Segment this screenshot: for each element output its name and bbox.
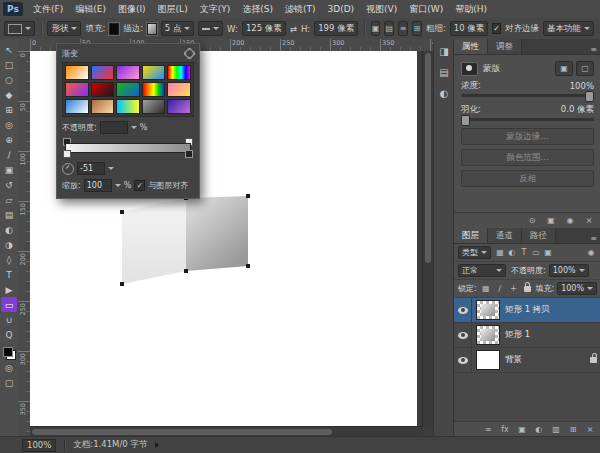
menu-item[interactable]: 窗口(W) <box>403 0 449 18</box>
horizontal-scrollbar-thumb[interactable] <box>32 429 332 435</box>
feather-slider-knob[interactable] <box>461 115 470 126</box>
gradient-tool[interactable]: ▤ <box>1 207 17 222</box>
anchor-point[interactable] <box>184 269 188 273</box>
filter-shape-layers-icon[interactable]: ▭ <box>530 247 542 258</box>
quick-selection-tool[interactable]: ◆ <box>1 87 17 102</box>
menu-item[interactable]: 滤镜(T) <box>279 0 322 18</box>
gradient-swatch[interactable] <box>167 82 191 97</box>
dodge-tool[interactable]: ◑ <box>1 237 17 252</box>
opacity-input[interactable] <box>100 121 128 134</box>
gradient-swatch[interactable] <box>142 99 166 114</box>
enable-mask-icon[interactable]: ◉ <box>564 215 576 226</box>
anchor-point[interactable] <box>120 210 124 214</box>
path-selection-tool[interactable]: ▶ <box>1 282 17 297</box>
gradient-editor-bar[interactable] <box>62 138 194 158</box>
filter-toggle-icon[interactable]: ◉ <box>585 247 597 258</box>
align-edges-checkbox[interactable]: ✓ <box>492 23 501 34</box>
menu-item[interactable]: 视图(V) <box>360 0 403 18</box>
shape-width-input[interactable]: 125 像素 <box>242 21 286 36</box>
new-group-icon[interactable]: ▥ <box>550 424 562 435</box>
tab-adjustments[interactable]: 调整 <box>488 39 522 54</box>
gradient-swatch[interactable] <box>116 65 140 80</box>
layer-row[interactable]: 矩形 1 <box>454 323 600 348</box>
status-menu-arrow-icon[interactable] <box>155 442 159 448</box>
filter-adjustment-layers-icon[interactable]: ◐ <box>506 247 518 258</box>
collapsed-panel-icon-3[interactable]: ◐ <box>437 87 451 100</box>
menu-item[interactable]: 帮助(H) <box>449 0 493 18</box>
delete-mask-icon[interactable]: ⨯ <box>583 215 595 226</box>
gradient-swatch[interactable] <box>142 82 166 97</box>
pen-tool[interactable]: ◊ <box>1 252 17 267</box>
fill-color-swatch[interactable] <box>109 23 119 35</box>
gradient-swatch[interactable] <box>116 82 140 97</box>
marquee-tool[interactable]: □ <box>1 57 17 72</box>
hand-tool[interactable]: ∪ <box>1 312 17 327</box>
layer-row[interactable]: 背景 <box>454 348 600 373</box>
filter-smart-object-icon[interactable]: ▣ <box>542 247 554 258</box>
gear-icon[interactable] <box>185 49 194 58</box>
color-range-button[interactable]: 颜色范围… <box>461 149 594 166</box>
layer-row[interactable]: 矩形 1 拷贝 <box>454 298 600 323</box>
brush-tool[interactable]: ∕ <box>1 147 17 162</box>
layer-thumbnail[interactable] <box>476 350 500 370</box>
lock-pixels-icon[interactable]: ∕ <box>494 283 506 294</box>
gradient-swatch[interactable] <box>142 65 166 80</box>
tool-preset-picker[interactable] <box>4 21 35 36</box>
density-slider[interactable] <box>461 94 594 97</box>
stroke-type-select[interactable] <box>198 21 223 36</box>
add-pixel-mask-button[interactable]: ▣ <box>555 61 573 76</box>
shape-options-gear-button[interactable]: ⊞ <box>412 21 422 36</box>
collapsed-panel-icon-2[interactable]: ▤ <box>437 66 451 79</box>
align-with-layer-checkbox[interactable]: ✓ <box>134 180 145 191</box>
gradient-swatch[interactable] <box>91 65 115 80</box>
layers-tab[interactable]: 路径 <box>522 228 556 243</box>
delete-layer-icon[interactable]: ⨯ <box>584 424 596 435</box>
anchor-point[interactable] <box>120 282 124 286</box>
gradient-swatch[interactable] <box>91 82 115 97</box>
color-stop[interactable] <box>185 150 193 158</box>
path-arrange-button[interactable]: ≡ <box>398 21 408 36</box>
gradient-swatch[interactable] <box>65 82 89 97</box>
layer-thumbnail[interactable] <box>476 300 500 320</box>
clone-stamp-tool[interactable]: ▣ <box>1 162 17 177</box>
layer-fill-input[interactable]: 100% <box>557 282 597 295</box>
foreground-background-swatches[interactable] <box>3 347 16 360</box>
angle-dial[interactable] <box>62 163 74 175</box>
new-adjustment-layer-icon[interactable]: ◐ <box>533 424 545 435</box>
gradient-swatch[interactable] <box>65 99 89 114</box>
gradient-swatch[interactable] <box>167 65 191 80</box>
scale-input[interactable]: 100 <box>84 179 112 192</box>
crop-tool[interactable]: ⊞ <box>1 102 17 117</box>
tool-mode-select[interactable]: 形状 <box>47 21 81 36</box>
healing-brush-tool[interactable]: ⊕ <box>1 132 17 147</box>
menu-item[interactable]: 选择(S) <box>236 0 279 18</box>
menu-item[interactable]: 3D(D) <box>321 0 360 18</box>
vertical-scrollbar[interactable] <box>422 51 433 427</box>
panel-menu-icon[interactable]: ≡ <box>586 234 600 243</box>
color-stop[interactable] <box>63 150 71 158</box>
zoom-level-input[interactable]: 100% <box>22 439 56 452</box>
link-layers-icon[interactable]: ∞ <box>482 424 494 435</box>
weight-input[interactable]: 10 像素 <box>450 21 489 36</box>
history-brush-tool[interactable]: ↺ <box>1 177 17 192</box>
layer-style-icon[interactable]: fx <box>499 424 511 435</box>
link-dimensions-icon[interactable]: ⇄ <box>290 24 297 34</box>
menu-item[interactable]: 编辑(E) <box>69 0 112 18</box>
feather-slider[interactable] <box>461 118 594 121</box>
lock-all-icon[interactable] <box>524 286 531 292</box>
foreground-color-swatch[interactable] <box>3 347 13 357</box>
collapsed-panel-icon-1[interactable]: ◨ <box>437 45 451 58</box>
density-value[interactable]: 100% <box>570 81 594 91</box>
rectangle-shape-tool[interactable]: ▭ <box>1 297 17 312</box>
mask-edge-button[interactable]: 蒙版边缘… <box>461 128 594 145</box>
layer-filter-select[interactable]: 类型 <box>458 246 491 259</box>
layer-opacity-input[interactable]: 100% <box>549 264 589 277</box>
panel-menu-icon[interactable]: ≡ <box>586 45 600 54</box>
gradient-swatch[interactable] <box>65 65 89 80</box>
add-layer-mask-icon[interactable]: ▣ <box>516 424 528 435</box>
quick-mask-button[interactable]: ◎ <box>1 360 17 375</box>
lasso-tool[interactable]: ○ <box>1 72 17 87</box>
path-operations-button[interactable]: ▣ <box>371 21 381 36</box>
menu-item[interactable]: 图像(I) <box>112 0 152 18</box>
filter-type-layers-icon[interactable]: T <box>518 247 530 258</box>
